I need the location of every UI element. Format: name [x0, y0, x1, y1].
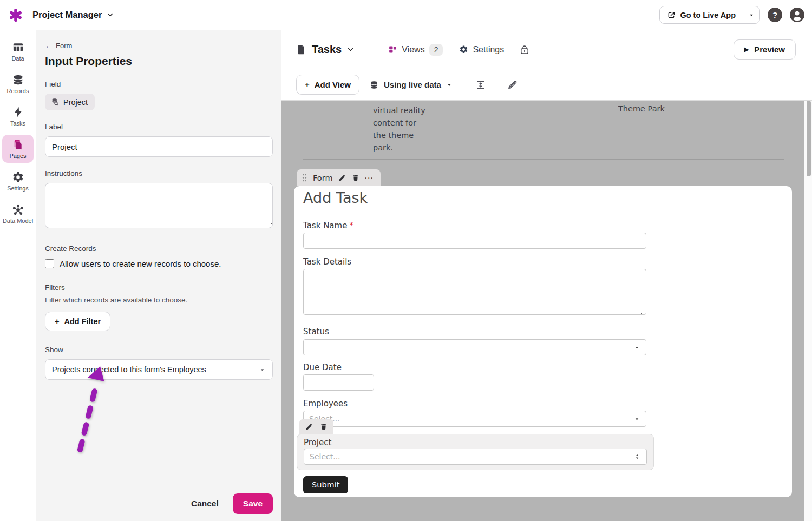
add-view-label: Add View — [315, 80, 351, 89]
field-chip-label: Project — [63, 98, 88, 107]
due-date-label: Due Date — [303, 362, 342, 372]
field-chip[interactable]: Project — [45, 94, 95, 110]
label-input[interactable] — [45, 136, 273, 157]
page-title-dropdown[interactable]: Tasks — [296, 43, 355, 56]
database-icon — [12, 74, 24, 86]
play-icon: ▶ — [744, 46, 749, 53]
status-select[interactable] — [303, 339, 646, 355]
rail-item-label: Data Model — [3, 217, 33, 224]
app-logo-asterisk-icon — [9, 8, 23, 22]
save-button[interactable]: Save — [233, 493, 273, 514]
view-toolbar: + Add View Using live data — [281, 69, 812, 100]
allow-create-records-checkbox[interactable] — [45, 259, 54, 268]
caret-down-icon — [633, 416, 640, 423]
show-select[interactable]: Projects connected to this form's Employ… — [45, 359, 273, 380]
form-tab-label: Form — [313, 174, 333, 182]
go-to-live-app-button[interactable]: Go to Live App — [660, 6, 743, 23]
submit-button[interactable]: Submit — [303, 476, 348, 493]
project-input-selected[interactable]: Project Select... — [297, 434, 654, 470]
dimmed-table-divider — [303, 159, 784, 160]
edit-pencil-icon[interactable] — [305, 423, 313, 431]
instructions-section-label: Instructions — [45, 169, 273, 177]
app-switcher-chevron-icon[interactable] — [106, 11, 114, 19]
employees-select[interactable]: Select... — [303, 411, 646, 427]
rail-item-label: Settings — [7, 185, 29, 192]
dimmed-table-cell: virtual reality content for the theme pa… — [373, 104, 430, 154]
external-link-icon — [667, 11, 676, 19]
cancel-button[interactable]: Cancel — [191, 499, 219, 509]
data-source-dropdown[interactable]: Using live data — [369, 80, 453, 90]
rail-item-pages[interactable]: Pages — [2, 135, 34, 163]
add-filter-label: Add Filter — [64, 317, 101, 326]
tab-views[interactable]: Views 2 — [388, 44, 443, 56]
label-section-label: Label — [45, 123, 273, 131]
go-to-live-app-dropdown[interactable] — [743, 6, 759, 23]
project-placeholder: Select... — [310, 452, 340, 461]
back-to-form-link[interactable]: ← Form — [45, 42, 273, 50]
create-records-label: Create Records — [45, 245, 273, 253]
rail-item-settings[interactable]: Settings — [2, 167, 34, 195]
task-details-textarea[interactable] — [303, 269, 646, 315]
scrollbar-thumb[interactable] — [807, 101, 811, 176]
project-select[interactable]: Select... — [304, 449, 647, 465]
row-height-icon[interactable] — [475, 80, 486, 90]
views-blocks-icon — [388, 45, 397, 54]
due-date-input[interactable] — [303, 374, 374, 391]
pages-icon — [12, 139, 24, 151]
person-icon — [790, 8, 804, 22]
rail-item-label: Pages — [9, 153, 26, 159]
trash-icon[interactable] — [352, 174, 359, 182]
preview-label: Preview — [754, 45, 785, 54]
rail-item-data[interactable]: Data — [2, 37, 34, 65]
rail-item-label: Records — [7, 88, 29, 94]
back-label: Form — [56, 42, 72, 50]
preview-button[interactable]: ▶ Preview — [734, 39, 796, 60]
dimmed-table-cell: Theme Park — [618, 104, 665, 113]
caret-down-icon — [259, 366, 266, 373]
task-name-input[interactable] — [303, 233, 646, 249]
scrollbar-track[interactable] — [804, 101, 812, 521]
connection-field-icon — [50, 97, 60, 107]
data-source-label: Using live data — [384, 80, 441, 89]
views-tab-label: Views — [402, 45, 424, 55]
chevron-down-icon — [346, 45, 355, 54]
rail-item-records[interactable]: Records — [2, 70, 34, 98]
add-filter-button[interactable]: + Add Filter — [45, 312, 110, 331]
rail-item-label: Data — [11, 55, 24, 62]
page-title: Tasks — [312, 43, 342, 56]
task-details-label: Task Details — [303, 257, 351, 267]
plus-icon: + — [55, 317, 59, 326]
select-spinner-icon — [633, 453, 641, 460]
employees-label: Employees — [303, 399, 348, 408]
rail-item-data-model[interactable]: Data Model — [2, 200, 34, 228]
live-page-canvas: virtual reality content for the theme pa… — [281, 101, 812, 521]
add-view-button[interactable]: + Add View — [296, 75, 359, 95]
caret-down-icon — [748, 12, 755, 18]
go-to-live-app-split-button: Go to Live App — [659, 6, 760, 24]
form-view-card: Add Task Task Name* Task Details Status … — [294, 186, 792, 497]
pencil-slash-icon[interactable] — [507, 79, 518, 90]
table-icon — [12, 41, 24, 54]
database-icon — [369, 80, 379, 90]
caret-down-icon — [633, 344, 640, 351]
instructions-textarea[interactable] — [45, 183, 273, 228]
gear-icon — [12, 171, 24, 183]
tab-settings[interactable]: Settings — [459, 45, 504, 55]
edit-pencil-icon[interactable] — [338, 174, 346, 182]
drag-handle-icon[interactable] — [302, 173, 307, 182]
rail-item-tasks[interactable]: Tasks — [2, 102, 34, 130]
plus-icon: + — [305, 80, 310, 89]
status-label: Status — [303, 327, 329, 337]
page-header: Tasks Views 2 Settings — [281, 30, 812, 69]
rail-item-label: Tasks — [10, 120, 25, 127]
page-file-icon — [296, 44, 307, 55]
form-view-tab[interactable]: Form ··· — [297, 169, 381, 186]
nav-rail: Data Records Tasks Pages — [0, 30, 36, 521]
help-button[interactable]: ? — [768, 8, 782, 22]
trash-icon[interactable] — [320, 423, 328, 431]
data-model-network-icon — [12, 203, 24, 216]
input-properties-panel: ← Form Input Properties Field Project La… — [36, 30, 281, 521]
account-avatar[interactable] — [790, 8, 804, 22]
lock-icon[interactable] — [519, 44, 530, 55]
more-options-icon[interactable]: ··· — [365, 174, 374, 182]
